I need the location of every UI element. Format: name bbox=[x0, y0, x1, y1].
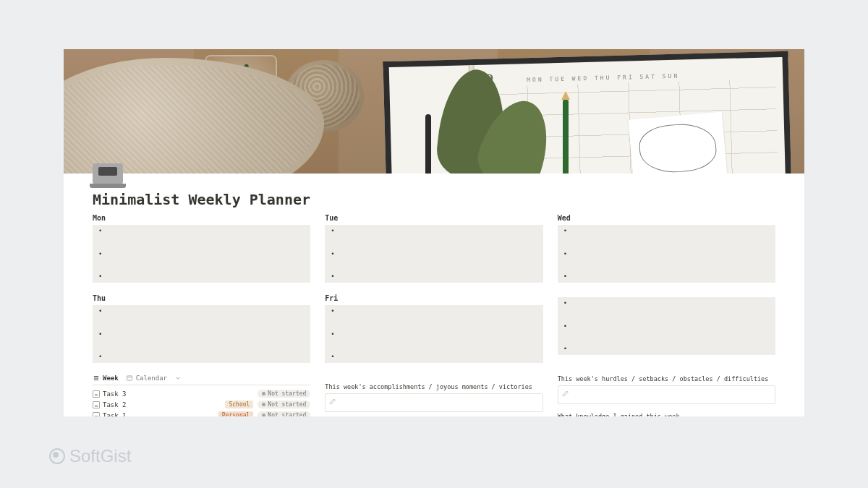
day-label-tue[interactable]: Tue bbox=[325, 214, 542, 222]
status-badge[interactable]: Not started bbox=[258, 390, 310, 398]
task-title: Task 1 bbox=[103, 412, 127, 417]
svg-rect-3 bbox=[127, 376, 132, 380]
brand-watermark: SoftGist bbox=[49, 446, 131, 466]
page-title[interactable]: Minimalist Weekly Planner bbox=[93, 191, 310, 208]
task-title: Task 3 bbox=[103, 390, 127, 398]
cover-pencil bbox=[563, 100, 569, 174]
database-view-tabs: Week Calendar bbox=[93, 374, 310, 385]
tag-personal[interactable]: Personal bbox=[218, 411, 254, 416]
day-label-thu[interactable]: Thu bbox=[93, 294, 310, 302]
notion-page: 8 MON TUE WED THU FRI SAT SUN Minimalist… bbox=[64, 49, 804, 416]
cover-image[interactable]: 8 MON TUE WED THU FRI SAT SUN bbox=[64, 49, 804, 174]
brand-icon bbox=[49, 448, 65, 464]
content-grid: Mon • • • Thu • • • Week Calendar bbox=[93, 214, 775, 416]
page-icon bbox=[93, 401, 100, 408]
chevron-down-icon bbox=[174, 374, 182, 382]
list-icon bbox=[93, 374, 100, 382]
note-block[interactable] bbox=[558, 385, 775, 404]
day-box-thu[interactable]: • • • bbox=[93, 305, 310, 363]
cover-pen bbox=[425, 114, 431, 174]
column-1: Mon • • • Thu • • • Week Calendar bbox=[93, 214, 310, 416]
section-heading[interactable]: This week's accomplishments / joyous mom… bbox=[325, 383, 542, 390]
status-badge[interactable]: Not started bbox=[258, 411, 310, 416]
table-row[interactable]: Task 3 Not started bbox=[93, 388, 310, 399]
tab-label: Week bbox=[103, 374, 119, 382]
section-heading[interactable]: What knowledge I gained this week bbox=[558, 413, 775, 416]
column-3: Wed • • • • • • This week's hurdles / se… bbox=[558, 214, 775, 416]
tab-more[interactable] bbox=[174, 374, 182, 382]
tab-calendar[interactable]: Calendar bbox=[126, 374, 167, 382]
edit-icon bbox=[561, 389, 570, 398]
table-row[interactable]: Task 2 School Not started bbox=[93, 399, 310, 410]
day-box-extra[interactable]: • • • bbox=[558, 297, 775, 355]
note-block[interactable] bbox=[325, 393, 542, 412]
tab-label: Calendar bbox=[136, 374, 167, 382]
day-box-mon[interactable]: • • • bbox=[93, 225, 310, 283]
day-label-wed[interactable]: Wed bbox=[558, 214, 775, 222]
tab-week[interactable]: Week bbox=[93, 374, 119, 382]
day-box-fri[interactable]: • • • bbox=[325, 305, 542, 363]
page-icon-laptop[interactable] bbox=[93, 163, 123, 184]
section-heading[interactable]: This week's hurdles / setbacks / obstacl… bbox=[558, 375, 775, 382]
page-icon bbox=[93, 412, 100, 417]
day-label-fri[interactable]: Fri bbox=[325, 294, 542, 302]
calendar-icon bbox=[126, 374, 133, 382]
tag-school[interactable]: School bbox=[225, 401, 253, 408]
cover-paper bbox=[628, 112, 727, 174]
day-box-wed[interactable]: • • • bbox=[558, 225, 775, 283]
day-label-mon[interactable]: Mon bbox=[93, 214, 310, 222]
brand-text: SoftGist bbox=[69, 446, 131, 466]
edit-icon bbox=[328, 397, 337, 406]
column-2: Tue • • • Fri • • • This week's accompli… bbox=[325, 214, 542, 416]
status-badge[interactable]: Not started bbox=[258, 401, 310, 408]
day-box-tue[interactable]: • • • bbox=[325, 225, 542, 283]
page-icon bbox=[93, 390, 100, 398]
table-row[interactable]: Task 1 Personal Not started bbox=[93, 410, 310, 416]
task-title: Task 2 bbox=[103, 401, 127, 408]
